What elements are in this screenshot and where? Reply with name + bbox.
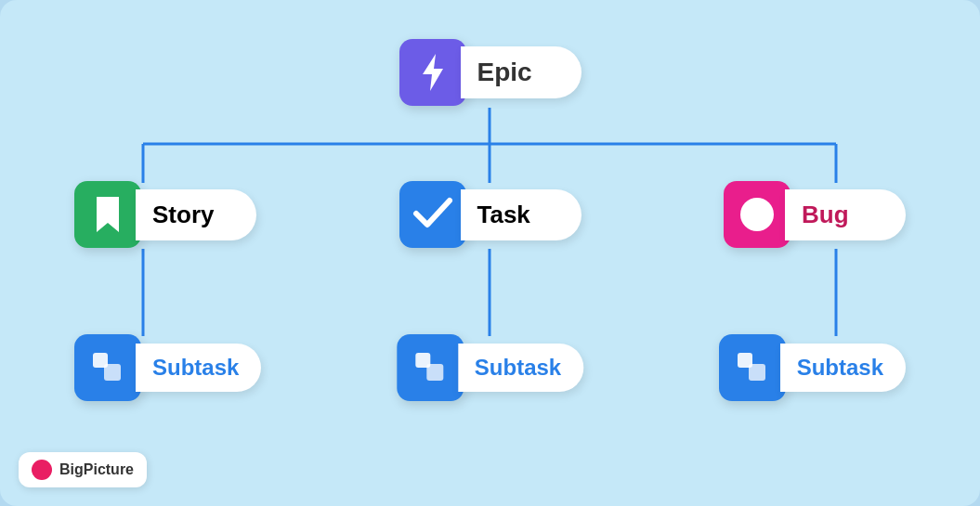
bookmark-icon	[92, 195, 124, 234]
task-label: Task	[461, 189, 581, 240]
main-container: Epic Story Task Bug	[0, 0, 980, 506]
bug-icon-box	[724, 181, 791, 248]
epic-node: Epic	[399, 39, 581, 106]
task-icon-box	[399, 181, 466, 248]
bigpicture-icon	[32, 460, 52, 480]
subtask-left-label: Subtask	[136, 344, 261, 392]
subtask-left-icon	[89, 349, 126, 386]
bigpicture-logo: BigPicture	[19, 452, 147, 487]
subtask-left-icon-box	[74, 334, 141, 401]
subtask-left-node: Subtask	[74, 334, 261, 401]
story-node: Story	[74, 181, 256, 248]
subtask-center-icon-box	[397, 334, 464, 401]
subtask-center-icon	[412, 349, 449, 386]
subtask-right-node: Subtask	[719, 334, 906, 401]
svg-rect-10	[104, 364, 121, 381]
check-icon	[412, 197, 453, 232]
subtask-center-node: Subtask	[397, 334, 583, 401]
lightning-icon	[415, 52, 451, 93]
epic-label: Epic	[461, 46, 581, 98]
story-icon-box	[74, 181, 141, 248]
epic-icon-box	[399, 39, 466, 106]
subtask-right-label: Subtask	[780, 344, 906, 392]
subtask-right-icon-box	[719, 334, 786, 401]
story-label: Story	[136, 189, 256, 240]
bug-node: Bug	[724, 181, 906, 248]
bigpicture-name: BigPicture	[59, 461, 134, 478]
svg-marker-8	[423, 54, 443, 91]
bug-label: Bug	[785, 189, 906, 240]
svg-rect-14	[749, 364, 765, 381]
bug-circle-icon	[740, 198, 774, 231]
subtask-right-icon	[734, 349, 771, 386]
subtask-center-label: Subtask	[458, 344, 583, 392]
svg-rect-12	[426, 364, 443, 381]
task-node: Task	[399, 181, 581, 248]
